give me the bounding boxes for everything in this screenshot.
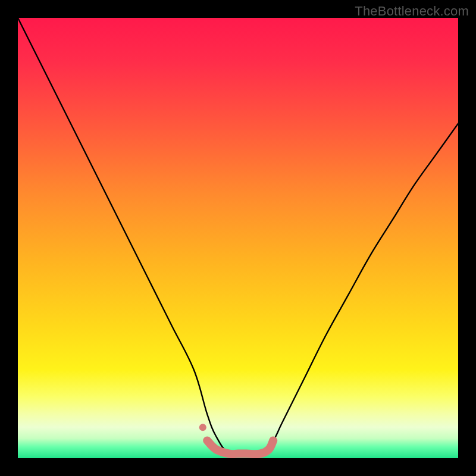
bottleneck-curve <box>18 18 458 455</box>
watermark-text: TheBottleneck.com <box>355 4 469 19</box>
optimal-band-marker <box>207 440 273 454</box>
curve-layer <box>18 18 458 458</box>
plot-area <box>18 18 458 458</box>
chart-frame: TheBottleneck.com <box>0 0 476 476</box>
optimal-marker-dot <box>199 424 206 431</box>
